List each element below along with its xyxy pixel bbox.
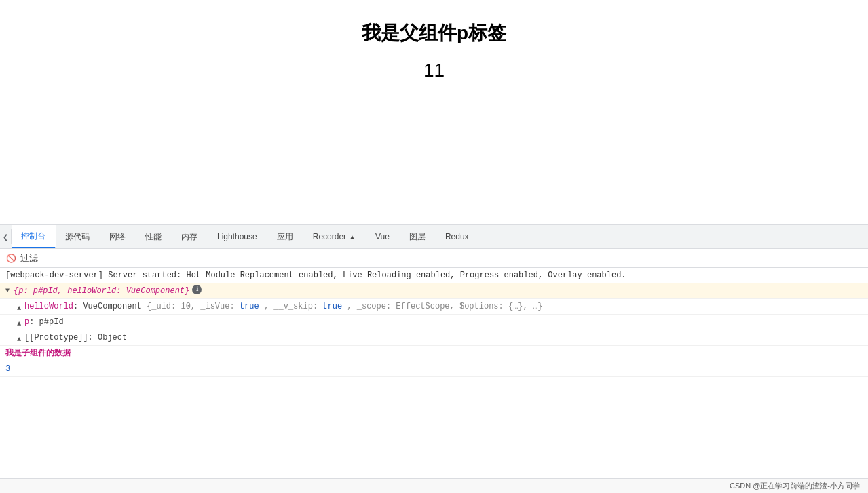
p-text: p: p#pId	[24, 316, 64, 328]
tab-source-label: 源代码	[65, 231, 90, 243]
prototype-line[interactable]: ► [[Prototype]]: Object	[0, 330, 868, 346]
child-number-line: 3	[0, 361, 868, 377]
expand-p-icon[interactable]: ►	[14, 319, 26, 326]
clear-console-button[interactable]: 🚫	[5, 253, 16, 264]
child-number-text: 3	[5, 363, 10, 375]
prototype-text: [[Prototype]]: Object	[24, 332, 127, 344]
tab-vue-label: Vue	[375, 232, 390, 241]
tab-console[interactable]: 控制台	[12, 225, 56, 248]
devtools-toolbar: 🚫 过滤	[0, 249, 868, 268]
child-data-text: 我是子组件的数据	[5, 347, 71, 359]
tab-recorder-label: Recorder	[313, 232, 346, 241]
bottom-bar: CSDN @正在学习前端的渣渣-小方同学	[0, 478, 868, 493]
tab-redux[interactable]: Redux	[436, 225, 479, 248]
hello-world-text: helloWorld: VueComponent {_uid: 10, _isV…	[24, 300, 542, 313]
tab-application-label: 应用	[277, 231, 293, 243]
tab-vue[interactable]: Vue	[366, 225, 400, 248]
page-number: 11	[423, 60, 445, 81]
tab-layers[interactable]: 图层	[400, 225, 436, 248]
server-message-line: [webpack-dev-server] Server started: Hot…	[0, 268, 868, 283]
devtools-tabs: ❮ 控制台 源代码 网络 性能 内存 Lighthouse 应用 Recorde…	[0, 224, 868, 249]
tab-lighthouse-label: Lighthouse	[217, 232, 257, 241]
expand-object-icon[interactable]: ▼	[5, 285, 12, 297]
hello-world-line[interactable]: ► helloWorld: VueComponent {_uid: 10, _i…	[0, 299, 868, 315]
tab-recorder[interactable]: Recorder ▲	[303, 225, 366, 248]
recorder-icon: ▲	[349, 233, 356, 241]
tab-redux-label: Redux	[445, 232, 469, 241]
info-icon[interactable]: ℹ	[192, 285, 202, 294]
tab-memory-label: 内存	[181, 231, 197, 243]
bottom-bar-text: CSDN @正在学习前端的渣渣-小方同学	[730, 481, 860, 491]
object-line-key: {p: p#pId, helloWorld: VueComponent}	[14, 285, 189, 297]
tab-application[interactable]: 应用	[267, 225, 303, 248]
server-message-text: [webpack-dev-server] Server started: Hot…	[5, 269, 626, 281]
tab-layers-label: 图层	[409, 231, 426, 243]
child-data-line: 我是子组件的数据	[0, 346, 868, 361]
tab-network-label: 网络	[109, 231, 126, 243]
tab-memory[interactable]: 内存	[172, 225, 208, 248]
page-title: 我是父组件p标签	[362, 20, 506, 46]
tab-source[interactable]: 源代码	[56, 225, 100, 248]
console-output: [webpack-dev-server] Server started: Hot…	[0, 268, 868, 478]
tab-performance[interactable]: 性能	[136, 225, 172, 248]
expand-prototype-icon[interactable]: ►	[14, 334, 26, 341]
tab-performance-label: 性能	[145, 231, 162, 243]
tab-network[interactable]: 网络	[100, 225, 136, 248]
tab-lighthouse[interactable]: Lighthouse	[208, 225, 267, 248]
p-line[interactable]: ► p: p#pId	[0, 315, 868, 330]
expand-hello-world-icon[interactable]: ►	[14, 303, 26, 310]
object-expand-line[interactable]: ▼ {p: p#pId, helloWorld: VueComponent} ℹ	[0, 283, 868, 299]
main-content: 我是父组件p标签 11	[0, 0, 868, 224]
tabs-scroll-left[interactable]: ❮	[0, 225, 11, 248]
filter-label: 过滤	[20, 252, 38, 264]
tab-console-label: 控制台	[21, 231, 45, 242]
